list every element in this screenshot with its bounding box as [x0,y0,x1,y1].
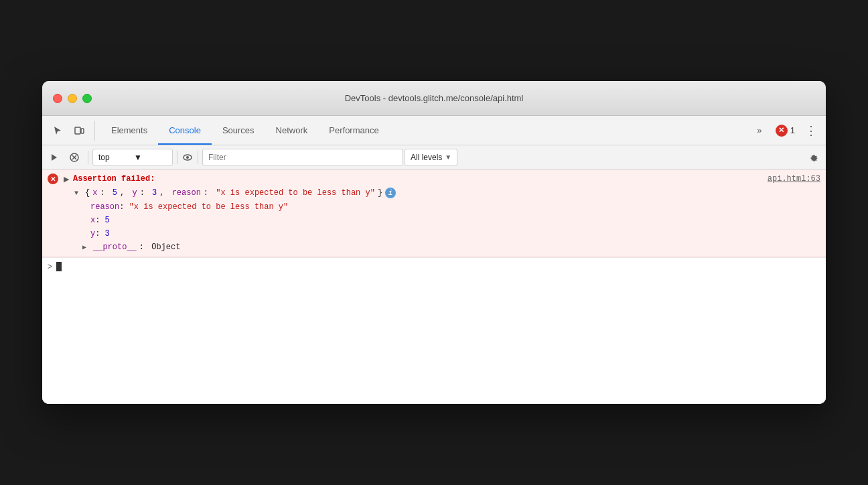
tab-performance[interactable]: Performance [318,116,389,145]
close-button[interactable] [53,94,62,103]
live-expression-button[interactable] [182,151,194,163]
tab-network[interactable]: Network [265,116,319,145]
svg-marker-2 [52,154,57,161]
levels-selector[interactable]: All levels ▼ [405,149,457,166]
execute-context-button[interactable] [45,148,64,167]
obj-header-line: ▼ { x : 5 , y : 3 , reason : "x is expec… [74,186,820,200]
window-title: DevTools - devtools.glitch.me/console/ap… [345,93,524,103]
context-arrow: ▼ [134,153,167,162]
input-prompt[interactable]: > [48,262,52,271]
proto-expand-arrow[interactable]: ▶ [82,242,90,253]
tabs-bar: Elements Console Sources Network Perform… [42,116,826,145]
filter-input[interactable] [208,153,397,162]
tabs-right: » ✕ 1 ⋮ [750,121,820,140]
minimize-button[interactable] [68,94,77,103]
tab-sources[interactable]: Sources [212,116,265,145]
prop-y: y : 3 [74,227,820,240]
svg-rect-0 [75,127,80,134]
traffic-lights [53,94,92,103]
toolbar-divider-2 [177,151,177,164]
levels-arrow: ▼ [445,153,451,161]
prop-x: x : 5 [74,214,820,227]
error-count: 1 [790,125,795,135]
clear-console-button[interactable] [65,148,84,167]
object-tree: ▼ { x : 5 , y : 3 , reason : "x is expec… [48,186,820,254]
error-badge-icon: ✕ [776,125,788,137]
console-toolbar: top ▼ All levels ▼ [42,145,826,169]
console-output: ✕ ▶ Assertion failed: api.html:63 ▼ { x … [42,169,826,404]
tabs-list: Elements Console Sources Network Perform… [100,116,750,145]
toolbar-divider-3 [198,151,198,164]
tab-console[interactable]: Console [158,116,212,145]
console-settings-button[interactable] [804,148,823,167]
devtools-icons [48,121,95,141]
toolbar-divider [88,151,88,164]
console-cursor [56,262,62,271]
prop-reason: reason : "x is expected to be less than … [74,200,820,214]
error-left: ✕ ▶ Assertion failed: [48,174,155,184]
device-toggle-button[interactable] [69,121,89,141]
context-selector[interactable]: top ▼ [92,149,173,166]
svg-rect-1 [81,129,84,133]
error-line-1: ✕ ▶ Assertion failed: api.html:63 [48,172,820,186]
error-circle-icon: ✕ [48,174,58,184]
devtools-menu-button[interactable]: ⋮ [802,121,820,140]
devtools-panel: Elements Console Sources Network Perform… [42,116,826,404]
more-tabs-button[interactable]: » [750,121,769,140]
svg-point-7 [186,156,189,159]
devtools-window: DevTools - devtools.glitch.me/console/ap… [42,81,826,404]
expand-arrow[interactable]: ▶ [64,175,69,184]
error-title: Assertion failed: [73,174,155,184]
titlebar: DevTools - devtools.glitch.me/console/ap… [42,81,826,116]
cursor-icon-button[interactable] [48,121,68,141]
console-input-row: > [42,257,826,275]
filter-input-wrapper [202,149,403,166]
obj-info-icon[interactable]: i [385,188,396,198]
console-error-row: ✕ ▶ Assertion failed: api.html:63 ▼ { x … [42,169,826,257]
tab-elements[interactable]: Elements [100,116,158,145]
error-badge[interactable]: ✕ 1 [772,123,799,138]
proto-line: ▶ __proto__ : Object [74,240,820,254]
maximize-button[interactable] [82,94,92,103]
obj-collapse-arrow[interactable]: ▼ [74,188,82,198]
error-location[interactable]: api.html:63 [768,174,820,184]
